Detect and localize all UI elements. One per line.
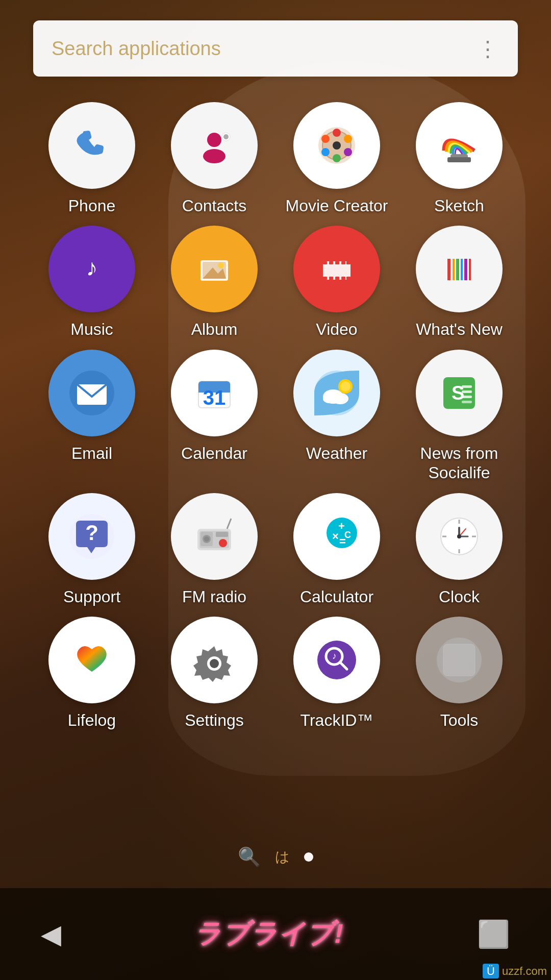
svg-point-56 xyxy=(323,394,335,403)
weather-label: Weather xyxy=(306,444,367,463)
svg-rect-29 xyxy=(329,261,333,264)
calc-icon: + C × = xyxy=(293,493,380,580)
lifelog-icon xyxy=(48,617,135,703)
search-input[interactable] xyxy=(52,38,432,60)
svg-text:×: × xyxy=(332,530,339,543)
clock-label: Clock xyxy=(439,587,480,606)
svg-rect-33 xyxy=(323,277,327,280)
calendar-icon: 31 xyxy=(171,350,258,436)
app-item-calc[interactable]: + C × = Calculator xyxy=(281,493,393,606)
tools-label: Tools xyxy=(440,710,479,730)
email-label: Email xyxy=(71,444,112,463)
svg-text:?: ? xyxy=(85,521,98,545)
svg-point-5 xyxy=(223,134,229,139)
app-item-tools[interactable]: Tools xyxy=(403,617,515,730)
phone-icon xyxy=(48,102,135,189)
app-item-settings[interactable]: Settings xyxy=(158,617,270,730)
svg-text:♪: ♪ xyxy=(86,254,98,281)
svg-text:♪: ♪ xyxy=(332,651,337,661)
svg-point-10 xyxy=(333,129,341,137)
svg-rect-62 xyxy=(462,385,472,388)
sketch-label: Sketch xyxy=(434,196,484,215)
app-item-fm[interactable]: FM radio xyxy=(158,493,270,606)
phone-label: Phone xyxy=(68,196,116,215)
svg-point-75 xyxy=(219,539,227,547)
app-item-whatsnew[interactable]: What's New xyxy=(403,226,515,339)
tools-icon xyxy=(416,617,503,703)
svg-point-9 xyxy=(333,141,341,150)
music-icon: ♪ xyxy=(48,226,135,312)
svg-rect-36 xyxy=(341,277,345,280)
trackid-icon: ♪ xyxy=(293,617,380,703)
app-item-support[interactable]: ? Support xyxy=(36,493,148,606)
svg-rect-103 xyxy=(443,644,475,676)
svg-rect-41 xyxy=(456,259,459,280)
whatsnew-label: What's New xyxy=(416,320,503,339)
app-item-album[interactable]: Album xyxy=(158,226,270,339)
app-item-sketch[interactable]: Sketch xyxy=(403,102,515,215)
svg-point-58 xyxy=(340,381,350,391)
svg-point-11 xyxy=(344,135,352,143)
lifelog-label: Lifelog xyxy=(68,710,116,730)
svg-point-13 xyxy=(333,154,341,162)
app-grid: Phone Contacts xyxy=(20,102,531,730)
app-item-video[interactable]: Video xyxy=(281,226,393,339)
back-button[interactable]: ◀ xyxy=(41,919,61,949)
app-item-clock[interactable]: Clock xyxy=(403,493,515,606)
contacts-label: Contacts xyxy=(182,196,246,215)
movie-icon xyxy=(293,102,380,189)
app-item-movie[interactable]: Movie Creator xyxy=(281,102,393,215)
app-item-music[interactable]: ♪ Music xyxy=(36,226,148,339)
app-item-lifelog[interactable]: Lifelog xyxy=(36,617,148,730)
app-item-news[interactable]: S News from Socialife xyxy=(403,350,515,483)
movie-label: Movie Creator xyxy=(286,196,388,215)
svg-rect-30 xyxy=(335,261,339,264)
app-item-calendar[interactable]: 31 Calendar xyxy=(158,350,270,483)
svg-point-2 xyxy=(207,133,221,147)
calc-label: Calculator xyxy=(300,587,373,606)
support-icon: ? xyxy=(48,493,135,580)
search-bar[interactable]: ⋮ xyxy=(33,20,518,77)
weather-icon xyxy=(293,350,380,436)
svg-text:=: = xyxy=(339,535,346,548)
email-icon xyxy=(48,350,135,436)
album-label: Album xyxy=(191,320,238,339)
svg-point-12 xyxy=(344,148,352,156)
settings-label: Settings xyxy=(185,710,244,730)
svg-text:+: + xyxy=(338,520,345,532)
news-icon: S xyxy=(416,350,503,436)
svg-text:31: 31 xyxy=(203,386,226,409)
watermark: Ü uzzf.com xyxy=(483,965,547,978)
svg-rect-64 xyxy=(462,396,472,398)
video-icon xyxy=(293,226,380,312)
svg-rect-35 xyxy=(335,277,339,280)
fm-icon xyxy=(171,493,258,580)
svg-rect-42 xyxy=(461,259,463,280)
calendar-label: Calendar xyxy=(181,444,247,463)
recents-button[interactable]: ⬜ xyxy=(477,919,510,950)
app-item-phone[interactable]: Phone xyxy=(36,102,148,215)
app-item-trackid[interactable]: ♪ TrackID™ xyxy=(281,617,393,730)
svg-point-15 xyxy=(321,135,330,143)
app-item-contacts[interactable]: Contacts xyxy=(158,102,270,215)
news-label: News from Socialife xyxy=(403,444,515,483)
svg-rect-65 xyxy=(462,401,472,403)
settings-icon xyxy=(171,617,258,703)
svg-rect-32 xyxy=(346,261,350,264)
svg-rect-63 xyxy=(462,390,472,393)
contacts-icon xyxy=(171,102,258,189)
svg-rect-74 xyxy=(216,532,228,537)
svg-point-98 xyxy=(317,641,356,679)
svg-rect-44 xyxy=(469,259,471,280)
app-item-email[interactable]: Email xyxy=(36,350,148,483)
svg-rect-39 xyxy=(447,259,450,280)
brand-logo: ラブライブ! xyxy=(194,916,344,952)
svg-point-14 xyxy=(321,148,330,156)
menu-dots-icon[interactable]: ⋮ xyxy=(477,36,499,61)
svg-rect-31 xyxy=(341,261,345,264)
svg-point-25 xyxy=(218,262,224,268)
svg-rect-40 xyxy=(453,259,455,280)
support-label: Support xyxy=(63,587,120,606)
svg-point-96 xyxy=(210,659,219,668)
app-item-weather[interactable]: Weather xyxy=(281,350,393,483)
